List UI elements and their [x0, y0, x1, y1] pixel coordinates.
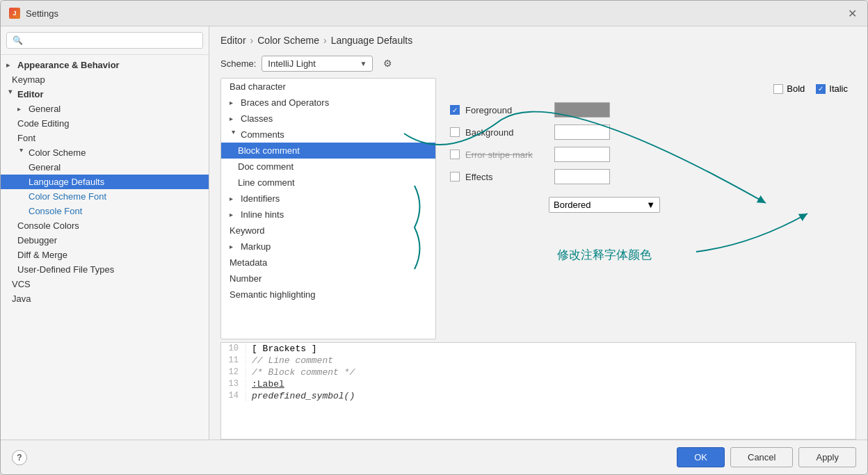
sidebar-item-diff-merge[interactable]: Diff & Merge [1, 248, 209, 262]
effects-row: Effects [450, 169, 848, 184]
code-line-10: 10 [ Brackets ] [221, 343, 855, 355]
tree-item-inline-hints[interactable]: ▸ Inline hints [221, 207, 435, 223]
tree-item-braces[interactable]: ▸ Braces and Operators [221, 95, 435, 111]
item-label: Keyword [230, 225, 265, 236]
scheme-bar: Scheme: IntelliJ Light ▼ ⚙ [209, 51, 867, 78]
error-stripe-color-box[interactable] [554, 147, 610, 162]
gear-button[interactable]: ⚙ [378, 54, 396, 72]
item-label: Metadata [230, 257, 267, 268]
sidebar-item-font[interactable]: Font [1, 131, 209, 145]
tree-item-metadata[interactable]: Metadata [221, 255, 435, 271]
chevron-down-icon: ▼ [646, 200, 655, 210]
tree-item-keyword[interactable]: Keyword [221, 223, 435, 239]
content-area: Bad character ▸ Braces and Operators ▸ C… [220, 78, 856, 339]
sidebar-item-console-font[interactable]: Console Font [1, 204, 209, 218]
background-checkbox[interactable] [450, 127, 460, 137]
arrow-icon: ▸ [230, 195, 238, 202]
foreground-checkbox[interactable] [450, 105, 460, 115]
sidebar-item-appearance[interactable]: ▸ Appearance & Behavior [1, 58, 209, 72]
foreground-label: Foreground [465, 105, 549, 115]
sidebar-item-code-editing[interactable]: Code Editing [1, 116, 209, 131]
sidebar-item-java[interactable]: Java [1, 291, 209, 306]
tree-item-comments[interactable]: ▸ Comments [221, 127, 435, 143]
item-label: Bad character [230, 81, 286, 92]
code-preview: 10 [ Brackets ] 11 // Line comment 12 /*… [220, 342, 856, 440]
sidebar-item-color-scheme-font[interactable]: Color Scheme Font [1, 189, 209, 204]
code-line-13: 13 :Label [221, 378, 855, 390]
sidebar-item-vcs[interactable]: VCS [1, 277, 209, 291]
breadcrumb-sep-1: › [250, 35, 254, 46]
sidebar-tree: ▸ Appearance & Behavior Keymap ▸ Editor … [1, 55, 209, 440]
help-button[interactable]: ? [12, 450, 27, 465]
effects-checkbox[interactable] [450, 172, 460, 182]
ok-button[interactable]: OK [677, 447, 725, 467]
sidebar-item-color-scheme[interactable]: ▸ Color Scheme [1, 145, 209, 160]
app-icon: J [9, 8, 20, 19]
foreground-color-box[interactable] [554, 102, 610, 118]
italic-checkbox-item: Italic [816, 83, 848, 94]
code-line-12: 12 /* Block comment */ [221, 367, 855, 378]
apply-button[interactable]: Apply [798, 447, 856, 467]
item-label: Number [230, 273, 262, 284]
effects-type-value: Bordered [554, 200, 590, 210]
item-label: Identifiers [241, 193, 280, 204]
breadcrumb-part-3: Language Defaults [331, 35, 413, 46]
item-label: Comments [241, 129, 284, 140]
effects-type-select[interactable]: Bordered ▼ [549, 197, 660, 213]
scheme-select[interactable]: IntelliJ Light ▼ [262, 56, 373, 72]
sidebar-item-cs-general[interactable]: General [1, 160, 209, 175]
breadcrumb-part-2: Color Scheme [257, 35, 319, 46]
bold-checkbox[interactable] [773, 84, 783, 94]
tree-item-identifiers[interactable]: ▸ Identifiers [221, 191, 435, 207]
item-label: Markup [241, 241, 271, 252]
close-button[interactable]: ✕ [845, 6, 859, 20]
tree-item-semantic[interactable]: Semantic highlighting [221, 287, 435, 303]
item-label: Block comment [238, 145, 300, 156]
sidebar-item-debugger[interactable]: Debugger [1, 233, 209, 248]
arrow-icon: ▸ [17, 105, 26, 113]
item-label: Doc comment [238, 161, 294, 172]
tree-item-classes[interactable]: ▸ Classes [221, 111, 435, 127]
tree-item-bad-character[interactable]: Bad character [221, 79, 435, 95]
background-color-box[interactable] [554, 124, 610, 140]
tree-item-number[interactable]: Number [221, 271, 435, 287]
sidebar-item-general[interactable]: ▸ General [1, 102, 209, 116]
dialog-body: ▸ Appearance & Behavior Keymap ▸ Editor … [1, 26, 867, 440]
breadcrumb: Editor › Color Scheme › Language Default… [209, 26, 867, 51]
sidebar-item-editor[interactable]: ▸ Editor [1, 87, 209, 102]
footer-buttons: OK Cancel Apply [677, 447, 856, 467]
title-bar: J Settings ✕ [1, 1, 867, 26]
cancel-button[interactable]: Cancel [730, 447, 793, 467]
tree-item-markup[interactable]: ▸ Markup [221, 239, 435, 255]
item-label: Classes [241, 113, 273, 124]
effects-label: Effects [465, 172, 549, 182]
background-row: Background [450, 124, 848, 140]
background-label: Background [465, 127, 549, 138]
bold-label: Bold [787, 83, 805, 94]
tree-item-block-comment[interactable]: Block comment [221, 143, 435, 159]
italic-checkbox[interactable] [816, 84, 826, 94]
tree-item-line-comment[interactable]: Line comment [221, 175, 435, 191]
error-stripe-label: Error stripe mark [465, 150, 549, 160]
error-stripe-checkbox[interactable] [450, 150, 460, 159]
sidebar-item-console-colors[interactable]: Console Colors [1, 218, 209, 233]
color-scheme-tree-panel: Bad character ▸ Braces and Operators ▸ C… [220, 78, 436, 339]
tree-item-doc-comment[interactable]: Doc comment [221, 159, 435, 175]
title-bar-left: J Settings [9, 8, 58, 19]
main-content: Editor › Color Scheme › Language Default… [209, 26, 867, 440]
sidebar-item-keymap[interactable]: Keymap [1, 72, 209, 87]
sidebar-item-user-defined[interactable]: User-Defined File Types [1, 262, 209, 277]
italic-label: Italic [829, 83, 848, 94]
search-bar [1, 26, 209, 55]
error-stripe-row: Error stripe mark [450, 147, 848, 162]
help-label: ? [17, 453, 22, 462]
foreground-row: Foreground [450, 102, 848, 118]
item-label: Semantic highlighting [230, 289, 316, 300]
sidebar-item-language-defaults[interactable]: Language Defaults [1, 175, 209, 189]
search-input[interactable] [6, 32, 203, 49]
item-label: Braces and Operators [241, 97, 329, 108]
code-line-14: 14 predefined_symbol() [221, 390, 855, 402]
scheme-label: Scheme: [220, 58, 256, 69]
breadcrumb-sep-2: › [323, 35, 327, 46]
effects-color-box[interactable] [554, 169, 610, 184]
